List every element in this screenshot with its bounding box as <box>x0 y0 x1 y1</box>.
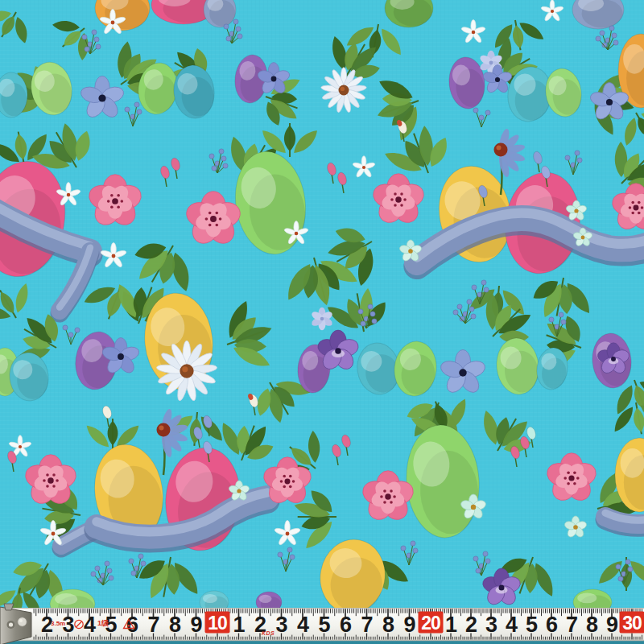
berry <box>91 572 96 576</box>
flower-center <box>495 77 500 82</box>
ruler-number: 8 <box>382 613 394 637</box>
berry <box>559 312 564 317</box>
hook-rivet <box>19 619 23 622</box>
stamen-dot <box>567 471 570 474</box>
flower-center <box>385 493 390 499</box>
stamen-dot <box>394 192 397 196</box>
fabric-pattern-svg: 23456789101234567892012345678930 <box>0 0 644 644</box>
flower-center <box>551 10 554 13</box>
flower-center <box>471 505 476 510</box>
stamen-dot <box>283 475 286 478</box>
berry <box>453 310 458 315</box>
stamen-dot <box>576 477 580 480</box>
berry <box>612 33 617 38</box>
ruler-red-number: 30 <box>622 613 642 634</box>
ruler-number: 6 <box>340 613 352 637</box>
berry <box>219 149 224 154</box>
flower-center <box>112 198 118 204</box>
stamen-dot <box>215 212 218 215</box>
flower-center <box>395 196 401 202</box>
ruler-number: 9 <box>190 613 202 637</box>
stamen-dot <box>641 206 644 209</box>
ruler-red-number: 20 <box>421 613 440 634</box>
berry <box>97 578 102 583</box>
egg-highlight <box>577 592 597 603</box>
egg-highlight <box>259 595 272 603</box>
stamen-dot <box>390 198 394 201</box>
berry <box>370 312 375 316</box>
ruler-number: 3 <box>275 613 287 637</box>
berry <box>596 36 601 41</box>
stamen-dot <box>46 485 49 488</box>
flower-center <box>295 232 298 235</box>
cone-center <box>494 143 508 157</box>
berry <box>129 559 134 564</box>
berry <box>602 43 607 47</box>
ruler-number: 7 <box>566 613 577 637</box>
berry <box>368 304 373 309</box>
ruler-number: 7 <box>361 613 372 637</box>
stamen-dot <box>107 200 110 203</box>
ruler-number: 9 <box>606 613 618 637</box>
stamen-dot <box>208 212 212 215</box>
ruler-number: 3 <box>485 613 497 637</box>
berry <box>137 109 142 114</box>
stamen-dot <box>403 198 407 201</box>
berry <box>457 304 462 309</box>
berry <box>109 576 114 580</box>
berry <box>85 47 89 52</box>
berry <box>278 552 283 557</box>
tape-measure: 23456789101234567892012345678930 <box>0 604 644 644</box>
stamen-dot <box>205 217 208 221</box>
berry <box>82 35 87 39</box>
stamen-dot <box>638 212 641 215</box>
berry <box>105 561 109 566</box>
flower-center <box>362 166 365 169</box>
berry <box>75 328 80 332</box>
stamen-dot <box>289 485 292 489</box>
flower-center <box>574 208 578 213</box>
stamen-dot <box>110 194 114 197</box>
berry <box>484 287 489 292</box>
egg-highlight <box>203 594 217 603</box>
tape-top-edge <box>0 608 644 609</box>
berry <box>358 309 363 314</box>
stamen-dot <box>46 473 49 477</box>
flower-center <box>19 445 22 448</box>
ruler-grade-label: 1级 <box>97 620 109 627</box>
flower-center <box>52 532 56 536</box>
stamen-dot <box>400 204 403 207</box>
stamen-dot <box>280 480 283 483</box>
stamen-dot <box>43 479 46 482</box>
berry <box>473 108 478 113</box>
berry <box>63 325 68 330</box>
flower-center <box>408 249 413 254</box>
berry <box>223 163 228 168</box>
stamen-dot <box>573 482 576 485</box>
berry <box>471 314 476 319</box>
flower-center <box>611 357 616 361</box>
berry <box>237 34 242 39</box>
flower-center <box>335 348 341 354</box>
berry <box>609 26 614 31</box>
ruler-number: 4 <box>506 613 518 637</box>
stamen-dot <box>400 192 403 196</box>
berry <box>401 546 406 551</box>
berry <box>134 102 139 107</box>
berry <box>107 568 112 573</box>
warning-triangle-icon <box>128 625 130 627</box>
berry <box>290 555 295 559</box>
flower-center <box>606 99 613 105</box>
ruler-number: 8 <box>586 613 598 637</box>
flower-center <box>573 525 578 530</box>
berry <box>600 31 605 35</box>
ruler-number: 7 <box>147 613 159 637</box>
berry <box>479 115 484 120</box>
ruler-number: 6 <box>546 613 558 637</box>
stamen-dot <box>380 495 383 498</box>
tape-bottom-edge <box>0 640 644 641</box>
berry <box>221 156 226 161</box>
flower-center <box>581 236 585 240</box>
ruler-red-number: 10 <box>208 613 227 634</box>
flower-center <box>47 477 53 483</box>
